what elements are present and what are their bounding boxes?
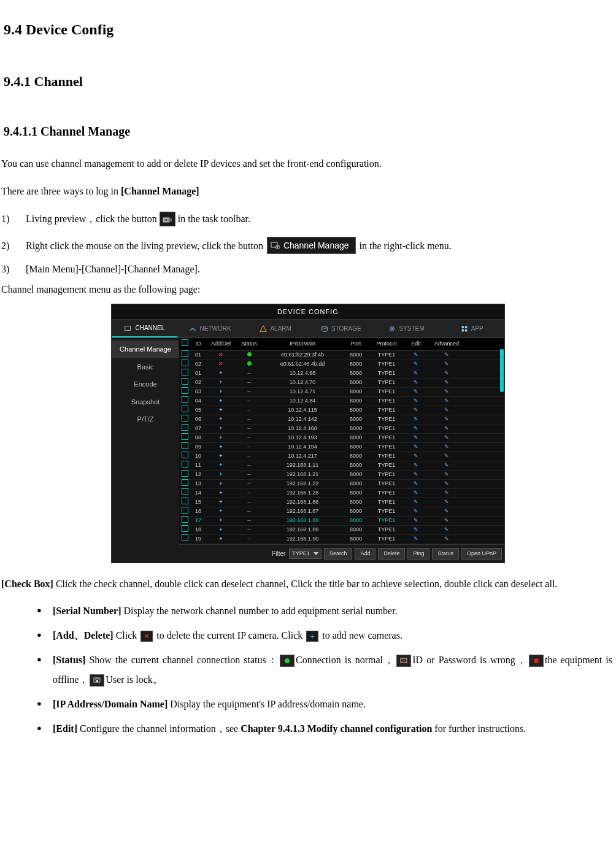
- ping-button[interactable]: Ping: [407, 548, 429, 560]
- column-header[interactable]: [179, 339, 190, 349]
- svg-rect-21: [96, 680, 98, 682]
- heading-2: 9.4.1 Channel: [4, 71, 616, 91]
- filter-label: Filter: [272, 549, 285, 558]
- table-row[interactable]: 01+--10.12.4.688000TYPE1✎✎: [179, 369, 504, 379]
- scrollbar-thumb[interactable]: [500, 349, 504, 392]
- svg-point-8: [322, 326, 328, 329]
- svg-rect-12: [465, 326, 468, 329]
- top-tab-system[interactable]: SYSTEM: [374, 320, 439, 337]
- table-row[interactable]: 03+--10.12.4.718000TYPE1✎✎: [179, 388, 504, 397]
- channel-manage-icon: [270, 241, 280, 250]
- table-row[interactable]: 02+--10.12.4.708000TYPE1✎✎: [179, 379, 504, 388]
- column-header[interactable]: Edit: [404, 340, 428, 348]
- sidebar-item-basic[interactable]: Basic: [112, 358, 179, 376]
- table-row[interactable]: 05+--10.12.4.1158000TYPE1✎✎: [179, 406, 504, 415]
- bottom-toolbar: FilterTYPE1SearchAddDeletePingStatusOpen…: [179, 544, 504, 563]
- step-1: 1) Living preview，click the button in th…: [1, 208, 612, 229]
- channel-manage-btn-label: Channel Manage: [283, 236, 349, 255]
- b3-label: [Status]: [53, 655, 89, 665]
- column-header[interactable]: Port: [342, 340, 369, 348]
- svg-rect-7: [125, 326, 131, 330]
- table-row[interactable]: 04+--10.12.4.848000TYPE1✎✎: [179, 397, 504, 406]
- svg-point-10: [391, 328, 393, 330]
- step-2: 2) Right click the mouse on the living p…: [1, 235, 612, 256]
- b3-text-f: User is lock。: [106, 674, 162, 685]
- sidebar-item-p-t-z[interactable]: P/T/Z: [112, 410, 179, 428]
- heading-3: 9.4.1.1 Channel Manage: [4, 122, 616, 140]
- table-header: IDAdd/DelStatusIP/DoMainPortProtocolEdit…: [179, 338, 504, 351]
- column-header[interactable]: IP/DoMain: [263, 340, 342, 348]
- table-row[interactable]: 17+--192.168.1.888000TYPE1✎✎: [179, 517, 504, 526]
- status-button[interactable]: Status: [432, 548, 459, 560]
- table-row[interactable]: 19+--192.168.1.908000TYPE1✎✎: [179, 535, 504, 544]
- step-3: 3) [Main Menu]-[Channel]-[Channel Manage…: [1, 261, 612, 277]
- table-row[interactable]: 07+--10.12.4.1688000TYPE1✎✎: [179, 425, 504, 434]
- step-2-text-b: in the right-click menu.: [360, 235, 452, 256]
- b4-label: [IP Address/Domain Name]: [53, 699, 170, 709]
- status-wrong-icon: [396, 655, 411, 667]
- intro-paragraph-1: You can use channel management to add or…: [1, 153, 612, 174]
- table-row[interactable]: 11+--192.168.1.118000TYPE1✎✎: [179, 461, 504, 471]
- b3-text-c: Connection is normal，: [296, 655, 395, 665]
- column-header[interactable]: Status: [236, 340, 263, 348]
- sidebar-item-snapshot[interactable]: Snapshot: [112, 393, 179, 411]
- table-row[interactable]: 13+--192.168.1.228000TYPE1✎✎: [179, 480, 504, 489]
- table-row[interactable]: 01✕e0:61:b2:29:3f:4b8000TYPE1✎✎: [179, 351, 504, 360]
- table-row[interactable]: 09+--10.12.4.1948000TYPE1✎✎: [179, 443, 504, 452]
- top-tab-network[interactable]: NETWORK: [177, 320, 243, 337]
- open-upnp-button[interactable]: Open UPnP: [461, 548, 502, 560]
- intro-p2-text: There are three ways to log in: [1, 186, 121, 196]
- table-row[interactable]: 08+--10.12.4.1938000TYPE1✎✎: [179, 434, 504, 443]
- column-header[interactable]: Advanced: [428, 340, 465, 348]
- top-tab-alarm[interactable]: ALARM: [242, 320, 308, 337]
- delete-button[interactable]: Delete: [378, 548, 405, 560]
- b2-text-b: Click: [116, 630, 140, 641]
- table-row[interactable]: 14+--192.168.1.268000TYPE1✎✎: [179, 489, 504, 498]
- table-row[interactable]: 15+--192.168.1.868000TYPE1✎✎: [179, 498, 504, 507]
- svg-point-15: [285, 658, 290, 663]
- checkbox-label: [Check Box]: [1, 579, 56, 589]
- top-tab-channel[interactable]: CHANNEL: [112, 320, 177, 337]
- sidebar: Channel ManageBasicEncodeSnapshotP/T/Z: [112, 338, 179, 563]
- add-button[interactable]: Add: [355, 548, 375, 560]
- channel-manage-menu-button: Channel Manage: [267, 237, 356, 254]
- b1-label: [Serial Number]: [53, 606, 124, 616]
- bullet-status: [Status] Show the current channel connec…: [37, 650, 612, 690]
- b5-text-b: Configure the channel information，see: [80, 723, 241, 734]
- heading-1: 9.4 Device Config: [4, 18, 616, 40]
- table-row[interactable]: 10+--10.12.4.2178000TYPE1✎✎: [179, 452, 504, 461]
- status-offline-icon: [529, 655, 544, 667]
- b2-text-d: to add new cameras.: [320, 630, 402, 641]
- column-header[interactable]: Protocol: [369, 340, 404, 348]
- table-row[interactable]: 02✕e0:61:b2:46:4b:dd8000TYPE1✎✎: [179, 360, 504, 369]
- step-3-num: 3): [1, 261, 26, 277]
- step-3-text: [Main Menu]-[Channel]-[Channel Manage].: [26, 261, 200, 277]
- table-row[interactable]: 16+--192.168.1.878000TYPE1✎✎: [179, 507, 504, 517]
- svg-point-19: [534, 658, 539, 663]
- main-table: IDAdd/DelStatusIP/DoMainPortProtocolEdit…: [179, 338, 504, 563]
- svg-rect-14: [465, 329, 468, 332]
- search-button[interactable]: Search: [324, 548, 353, 560]
- b5-label: [Edit]: [53, 723, 80, 734]
- b5-chapter-ref: Chapter 9.4.1.3 Modify channel configura…: [241, 723, 434, 734]
- top-tab-storage[interactable]: STORAGE: [308, 320, 374, 337]
- add-plus-icon: ＋: [306, 631, 318, 642]
- table-row[interactable]: 18+--192.168.1.898000TYPE1✎✎: [179, 526, 504, 535]
- delete-x-icon: ✕: [141, 631, 153, 642]
- step-2-num: 2): [1, 235, 26, 256]
- top-tab-app[interactable]: APP: [439, 320, 504, 337]
- step-2-text-a: Right click the mouse on the living prev…: [26, 235, 263, 256]
- b4-text: Display the equipment's IP address/domai…: [170, 699, 366, 709]
- table-row[interactable]: 06+--10.12.4.1428000TYPE1✎✎: [179, 415, 504, 425]
- table-row[interactable]: 12+--192.168.1.218000TYPE1✎✎: [179, 471, 504, 480]
- bullet-edit: [Edit] Configure the channel information…: [37, 719, 612, 739]
- column-header[interactable]: ID: [190, 340, 206, 348]
- column-header[interactable]: Add/Del: [206, 340, 236, 348]
- svg-point-1: [165, 218, 167, 221]
- b3-text-d: ID or Password is wrong，: [412, 655, 528, 665]
- filter-select[interactable]: TYPE1: [289, 548, 321, 560]
- sidebar-item-channel-manage[interactable]: Channel Manage: [112, 341, 179, 358]
- step-1-text-b: in the task toolbar.: [178, 208, 250, 229]
- sidebar-item-encode[interactable]: Encode: [112, 375, 179, 393]
- b5-text-d: for further instructions.: [434, 723, 526, 734]
